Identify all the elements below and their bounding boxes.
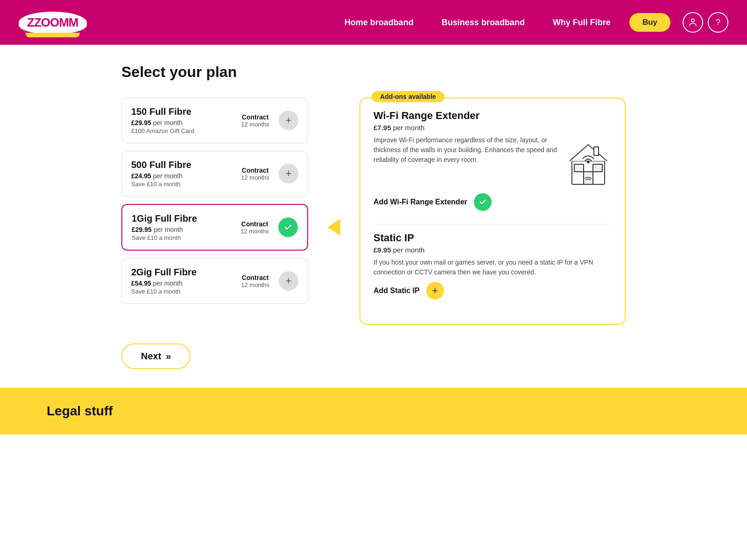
addon-divider xyxy=(374,224,612,224)
plan-price-2gig: £54.95 per month xyxy=(131,280,232,287)
plan-price-1gig: £29.95 per month xyxy=(132,226,231,233)
plan-promo-2gig: Save £10 a month xyxy=(131,288,232,295)
addon-staticip-desc: If you host your own mail or games serve… xyxy=(374,258,612,277)
addon-staticip-add-row: Add Static IP + xyxy=(374,282,612,300)
svg-rect-3 xyxy=(574,164,584,172)
svg-rect-4 xyxy=(593,164,602,172)
buy-button[interactable]: Buy xyxy=(629,13,670,32)
svg-point-6 xyxy=(587,161,589,163)
addon-wifi-price: £7.95 per month xyxy=(374,124,612,132)
addon-wifi-extender: Wi-Fi Range Extender £7.95 per month Imp… xyxy=(374,110,612,211)
main-nav: Home broadband Business broadband Why Fu… xyxy=(345,18,611,28)
arrow-indicator xyxy=(327,98,341,236)
plans-column: 150 Full Fibre £29.95 per month £100 Ama… xyxy=(121,98,308,304)
nav-business-broadband[interactable]: Business broadband xyxy=(442,18,525,28)
plan-name-1gig: 1Gig Full Fibre xyxy=(132,213,231,224)
house-illustration xyxy=(565,135,612,189)
plan-card-150[interactable]: 150 Full Fibre £29.95 per month £100 Ama… xyxy=(121,98,308,143)
plan-add-button-150[interactable]: + xyxy=(279,111,298,130)
plan-name-500: 500 Full Fibre xyxy=(131,160,232,170)
plan-info-1gig: 1Gig Full Fibre £29.95 per month Save £1… xyxy=(132,213,231,241)
addon-wifi-add-label: Add Wi-Fi Range Extender xyxy=(374,198,467,206)
site-header: ZZOOMM Home broadband Business broadband… xyxy=(0,0,747,45)
main-content: Select your plan 150 Full Fibre £29.95 p… xyxy=(93,45,654,388)
footer: Legal stuff xyxy=(0,388,747,434)
left-arrow-icon xyxy=(327,219,340,236)
addon-staticip-add-button[interactable]: + xyxy=(426,282,444,300)
plan-info-2gig: 2Gig Full Fibre £54.95 per month Save £1… xyxy=(131,267,232,295)
plan-name-150: 150 Full Fibre xyxy=(131,106,232,117)
addon-staticip-title: Static IP xyxy=(374,232,612,244)
addon-wifi-add-button[interactable] xyxy=(474,193,492,211)
addon-staticip-price: £9.95 per month xyxy=(374,246,612,254)
plan-contract-150: Contract 12 months xyxy=(241,113,269,128)
logo-text: ZZOOMM xyxy=(27,15,78,30)
wifi-check-icon xyxy=(479,198,486,206)
plan-add-button-500[interactable]: + xyxy=(279,164,298,183)
addon-staticip-add-label: Add Static IP xyxy=(374,287,420,295)
question-icon: ? xyxy=(716,18,720,28)
nav-home-broadband[interactable]: Home broadband xyxy=(345,18,414,28)
plan-contract-500: Contract 12 months xyxy=(241,167,269,181)
plan-price-150: £29.95 per month xyxy=(131,119,232,126)
plan-info-500: 500 Full Fibre £24.95 per month Save £10… xyxy=(131,160,232,188)
footer-title: Legal stuff xyxy=(47,404,113,419)
plan-promo-1gig: Save £10 a month xyxy=(132,234,231,241)
plan-info-150: 150 Full Fibre £29.95 per month £100 Ama… xyxy=(131,106,232,134)
plan-name-2gig: 2Gig Full Fibre xyxy=(131,267,232,278)
plan-add-button-2gig[interactable]: + xyxy=(279,271,298,291)
plan-promo-500: Save £10 a month xyxy=(131,181,232,188)
addon-wifi-body: Improve Wi-Fi performance regardless of … xyxy=(374,135,612,189)
addon-wifi-title: Wi-Fi Range Extender xyxy=(374,110,612,122)
addon-wifi-desc: Improve Wi-Fi performance regardless of … xyxy=(374,135,557,165)
nav-why-full-fibre[interactable]: Why Full Fibre xyxy=(553,18,611,28)
addons-panel: Add-ons available Wi-Fi Range Extender £… xyxy=(359,98,626,325)
plan-selected-button-1gig[interactable] xyxy=(278,217,298,237)
user-icon xyxy=(688,18,698,27)
addons-badge: Add-ons available xyxy=(372,91,444,102)
plan-card-2gig[interactable]: 2Gig Full Fibre £54.95 per month Save £1… xyxy=(121,258,308,304)
checkmark-icon xyxy=(284,223,292,231)
help-icon-button[interactable]: ? xyxy=(708,12,728,33)
addon-static-ip: Static IP £9.95 per month If you host yo… xyxy=(374,232,612,300)
svg-rect-5 xyxy=(594,147,599,155)
user-icon-button[interactable] xyxy=(683,12,703,33)
next-section: Next » xyxy=(121,343,626,388)
next-button[interactable]: Next » xyxy=(121,343,190,369)
content-row: 150 Full Fibre £29.95 per month £100 Ama… xyxy=(121,98,626,325)
logo[interactable]: ZZOOMM xyxy=(19,12,87,34)
plan-promo-150: £100 Amazon Gift Card xyxy=(131,127,232,134)
next-label: Next xyxy=(141,351,161,362)
svg-point-0 xyxy=(691,19,695,22)
addon-wifi-add-row: Add Wi-Fi Range Extender xyxy=(374,193,612,211)
page-title: Select your plan xyxy=(121,63,626,81)
next-chevron-icon: » xyxy=(166,351,171,362)
plan-card-1gig[interactable]: 1Gig Full Fibre £29.95 per month Save £1… xyxy=(121,204,308,251)
plan-contract-1gig: Contract 12 months xyxy=(240,220,269,235)
plan-contract-2gig: Contract 12 months xyxy=(241,274,269,288)
plan-price-500: £24.95 per month xyxy=(131,172,232,180)
plan-card-500[interactable]: 500 Full Fibre £24.95 per month Save £10… xyxy=(121,151,308,196)
